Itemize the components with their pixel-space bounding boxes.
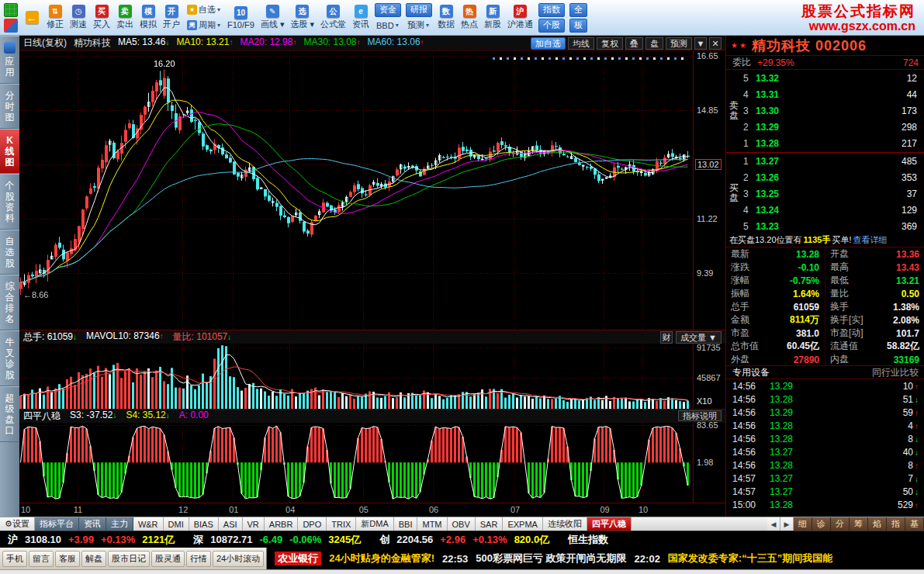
industry-compare-link[interactable]: 同行业比较 xyxy=(872,366,919,379)
sell-row[interactable]: 313.30173 xyxy=(740,102,924,119)
buy-row[interactable]: 513.23369 xyxy=(740,218,924,234)
index-沪[interactable]: 沪3108.10+3.99+0.13%2121亿 xyxy=(8,533,175,547)
view-tab-诊[interactable]: 诊 xyxy=(812,517,831,531)
indicator-tab-新DMA[interactable]: 新DMA xyxy=(356,517,393,531)
toolbar-button-沪港通[interactable]: 沪沪港通 xyxy=(505,1,535,34)
view-tab-分[interactable]: 分 xyxy=(831,517,850,531)
view-tab-焰[interactable]: 焰 xyxy=(868,517,887,531)
chart-option-均线[interactable]: 均线 xyxy=(568,37,594,50)
indicator-tab-VR[interactable]: VR xyxy=(243,517,265,531)
sell-row[interactable]: 413.3144 xyxy=(740,86,924,102)
toolbar-button-热点[interactable]: 热热点 xyxy=(459,1,480,34)
buy-row[interactable]: 313.2537 xyxy=(740,185,924,202)
sidebar-item-分时图[interactable]: 分 时 图 xyxy=(0,84,19,129)
sell-row[interactable]: 113.28217 xyxy=(740,135,924,151)
toolbar-item-BBD[interactable]: BBD▾ xyxy=(375,19,401,33)
sidebar-item-K线图[interactable]: K 线 图 xyxy=(0,129,19,174)
tick-row[interactable]: 14:5713.2750↓ xyxy=(726,485,924,498)
notice-detail-link[interactable]: 查看详细 xyxy=(853,234,887,246)
indicator-tab-EXPMA[interactable]: EXPMA xyxy=(503,517,543,531)
sidebar-item-牛叉诊股[interactable]: 牛 叉 诊 股 xyxy=(0,330,19,386)
toolbar-item-个股[interactable]: 个股 xyxy=(538,19,565,33)
close-chart-button[interactable]: ✕ xyxy=(709,37,722,50)
chart-option-预测[interactable]: 预测 xyxy=(666,37,692,50)
toolbar-button-修正[interactable]: ⇅修正 xyxy=(44,1,66,34)
tick-row[interactable]: 14:5613.2851↓ xyxy=(726,392,924,406)
toolbar-item-板[interactable]: 板 xyxy=(569,19,587,33)
toolbar-item-自选[interactable]: ★自选▾ xyxy=(185,3,222,17)
indicator-tab-指标平台[interactable]: 指标平台 xyxy=(35,517,79,531)
toolbar-button-数据[interactable]: 数数据 xyxy=(435,1,457,34)
indicator-tab-连续收阳[interactable]: 连续收阳 xyxy=(543,517,587,531)
view-tab-细[interactable]: 细 xyxy=(794,517,812,531)
chart-option-叠[interactable]: 叠 xyxy=(625,37,643,50)
tab-scroll-left-button[interactable]: ◀ xyxy=(767,517,780,531)
view-tab-基[interactable]: 基 xyxy=(905,517,924,531)
buy-row[interactable]: 413.24129 xyxy=(740,202,924,218)
indicator-tab-MTM[interactable]: MTM xyxy=(417,517,447,531)
quick-button-股灵通[interactable]: 股灵通 xyxy=(151,551,185,567)
index-创[interactable]: 创2204.56+2.96+0.13%820.0亿 xyxy=(379,533,549,547)
toolbar-button-资讯[interactable]: e资讯 xyxy=(350,1,372,34)
tick-row[interactable]: 14:5613.2740↓ xyxy=(726,445,924,458)
indicator-tab-ARBR[interactable]: ARBR xyxy=(265,517,299,531)
collapse-button[interactable]: ▼ xyxy=(694,37,707,50)
candlestick-chart[interactable] xyxy=(19,51,693,330)
indicator-tab-设置[interactable]: ⚙ 设置 xyxy=(0,517,35,531)
sidebar-item-综合排名[interactable]: 综 合 排 名 xyxy=(0,275,19,330)
toolbar-button-买入[interactable]: 买买入 xyxy=(91,1,112,34)
buy-row[interactable]: 213.26353 xyxy=(740,169,924,185)
indicator-tab-OBV[interactable]: OBV xyxy=(448,517,476,531)
quick-button-客服[interactable]: 客服 xyxy=(55,551,80,567)
tick-row[interactable]: 14:5613.288↓ xyxy=(726,432,924,445)
toolbar-item-预测[interactable]: 预测▾ xyxy=(406,19,432,33)
industry-link[interactable]: 专用设备 xyxy=(732,366,770,379)
toolbar-item-周期[interactable]: 周周期▾ xyxy=(185,19,222,33)
tick-row[interactable]: 14:5613.284↑ xyxy=(726,419,924,432)
indicator-tab-DPO[interactable]: DPO xyxy=(298,517,327,531)
toolbar-item-研报[interactable]: 研报 xyxy=(406,3,432,17)
sidebar-item-超级盘口[interactable]: 超 级 盘 口 xyxy=(0,386,19,442)
tick-row[interactable]: 14:5713.277↓ xyxy=(726,472,924,485)
indicator-tab-BIAS[interactable]: BIAS xyxy=(189,517,219,531)
toolbar-button-公式堂[interactable]: 公公式堂 xyxy=(318,1,348,34)
indicator-tab-SAR[interactable]: SAR xyxy=(476,517,504,531)
quick-button-24小时滚动[interactable]: 24小时滚动 xyxy=(213,551,264,567)
index-深[interactable]: 深10872.71-6.49-0.06%3245亿 xyxy=(193,533,361,547)
chart-option-盘[interactable]: 盘 xyxy=(645,37,663,50)
toolbar-item-全[interactable]: 全 xyxy=(569,3,587,17)
toolbar-button-测速[interactable]: ◷测速 xyxy=(67,1,89,34)
indicator-tab-四平八稳[interactable]: 四平八稳 xyxy=(587,517,632,531)
toolbar-button-back[interactable]: ← xyxy=(21,1,43,34)
index-恒生指数[interactable]: 恒生指数 xyxy=(568,533,608,547)
tick-row[interactable]: 14:5613.288↑ xyxy=(726,458,924,472)
view-tab-筹[interactable]: 筹 xyxy=(850,517,868,531)
quick-button-手机[interactable]: 手机 xyxy=(2,551,27,567)
volume-indicator-select[interactable]: 成交量 ▼ xyxy=(676,331,722,344)
toolbar-button-新股[interactable]: 新新股 xyxy=(482,1,504,34)
indicator-tab-TRIX[interactable]: TRIX xyxy=(327,517,356,531)
sidebar-item-个股资料[interactable]: 个 股 资 料 xyxy=(0,174,19,230)
quick-button-解盘[interactable]: 解盘 xyxy=(81,551,106,567)
indicator-tab-DMI[interactable]: DMI xyxy=(164,517,189,531)
finance-button[interactable]: 财 xyxy=(660,331,673,344)
tab-scroll-right-button[interactable]: ▶ xyxy=(780,517,794,531)
sidebar-item-应用[interactable]: 应 用 xyxy=(0,36,19,84)
indicator-tab-ASI[interactable]: ASI xyxy=(219,517,243,531)
quick-button-股市日记[interactable]: 股市日记 xyxy=(108,551,150,567)
indicator-tab-资讯[interactable]: 资讯 xyxy=(79,517,106,531)
indicator-tab-主力[interactable]: 主力 xyxy=(106,517,133,531)
indicator-chart[interactable] xyxy=(19,423,693,503)
toolbar-button-选股[interactable]: 选选股 ▾ xyxy=(288,1,317,34)
tick-row[interactable]: 14:5613.2959↑ xyxy=(726,406,924,419)
toolbar-item-资金[interactable]: 资金 xyxy=(375,3,401,17)
add-watchlist-button[interactable]: 加自选 xyxy=(531,37,566,50)
chart-option-复权[interactable]: 复权 xyxy=(597,37,623,50)
toolbar-button-开户[interactable]: 开开户 xyxy=(161,1,182,34)
indicator-tab-W&R[interactable]: W&R xyxy=(133,517,164,531)
toolbar-button-画线[interactable]: ✎画线 ▾ xyxy=(258,1,287,34)
quick-button-留言[interactable]: 留言 xyxy=(29,551,54,567)
indicator-tab-BBI[interactable]: BBI xyxy=(394,517,418,531)
view-tab-指[interactable]: 指 xyxy=(887,517,905,531)
toolbar-button-F10/F9[interactable]: 10F10/F9 xyxy=(225,1,257,34)
